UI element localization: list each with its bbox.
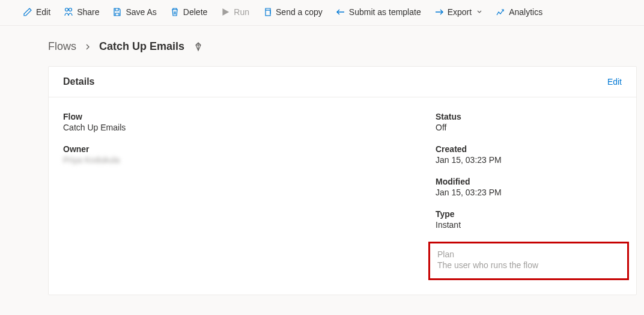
edit-details-link[interactable]: Edit <box>607 77 622 87</box>
created-label: Created <box>436 144 622 154</box>
delete-icon <box>170 7 180 17</box>
plan-value: The user who runs the flow <box>437 260 620 270</box>
status-label: Status <box>436 112 622 121</box>
toolbar-label: Submit as template <box>349 7 421 17</box>
submit-template-icon <box>336 7 345 17</box>
export-icon <box>434 7 444 17</box>
owner-value: Priya Kodukula <box>63 155 436 165</box>
toolbar-label: Send a copy <box>276 7 323 17</box>
breadcrumb: Flows Catch Up Emails <box>48 40 644 53</box>
share-icon <box>64 7 73 17</box>
edit-button[interactable]: Edit <box>18 5 55 19</box>
svg-rect-2 <box>266 10 270 16</box>
plan-label: Plan <box>437 249 620 259</box>
plan-highlight-box: Plan The user who runs the flow <box>428 242 629 280</box>
card-title: Details <box>63 76 94 87</box>
analytics-icon <box>496 7 505 17</box>
toolbar-label: Save As <box>126 7 156 17</box>
chevron-down-icon <box>476 9 482 15</box>
export-button[interactable]: Export <box>430 5 487 19</box>
delete-button[interactable]: Delete <box>165 5 212 19</box>
edit-icon <box>23 7 32 17</box>
share-button[interactable]: Share <box>59 5 104 19</box>
status-field: Status Off <box>436 112 622 132</box>
breadcrumb-root[interactable]: Flows <box>48 40 76 53</box>
chevron-right-icon <box>85 43 91 51</box>
created-value: Jan 15, 03:23 PM <box>436 155 622 165</box>
save-as-button[interactable]: Save As <box>108 5 161 19</box>
toolbar-label: Export <box>448 7 472 17</box>
premium-icon <box>193 41 204 52</box>
copy-icon <box>263 7 272 17</box>
details-left-column: Flow Catch Up Emails Owner Priya Kodukul… <box>63 112 436 280</box>
svg-point-1 <box>69 8 72 11</box>
toolbar-label: Share <box>77 7 99 17</box>
run-button: Run <box>216 5 254 19</box>
type-field: Type Instant <box>436 209 622 230</box>
card-header: Details Edit <box>49 67 636 97</box>
modified-field: Modified Jan 15, 03:23 PM <box>436 177 622 197</box>
send-copy-button[interactable]: Send a copy <box>258 5 327 19</box>
status-value: Off <box>436 123 622 132</box>
plan-field: Plan The user who runs the flow <box>437 249 620 270</box>
type-label: Type <box>436 209 622 219</box>
owner-field: Owner Priya Kodukula <box>63 144 436 165</box>
svg-point-0 <box>65 8 68 11</box>
flow-label: Flow <box>63 112 436 121</box>
breadcrumb-current: Catch Up Emails <box>99 40 184 53</box>
submit-template-button[interactable]: Submit as template <box>331 5 426 19</box>
toolbar-label: Edit <box>36 7 50 17</box>
save-as-icon <box>112 7 122 17</box>
type-value: Instant <box>436 220 622 230</box>
details-card: Details Edit Flow Catch Up Emails Owner … <box>48 66 637 295</box>
flow-field: Flow Catch Up Emails <box>63 112 436 132</box>
modified-value: Jan 15, 03:23 PM <box>436 188 622 197</box>
details-right-column: Status Off Created Jan 15, 03:23 PM Modi… <box>436 112 622 280</box>
toolbar-label: Run <box>234 7 249 17</box>
card-body: Flow Catch Up Emails Owner Priya Kodukul… <box>49 97 636 295</box>
owner-label: Owner <box>63 144 436 154</box>
flow-value: Catch Up Emails <box>63 123 436 132</box>
modified-label: Modified <box>436 177 622 186</box>
analytics-button[interactable]: Analytics <box>491 5 547 19</box>
toolbar-label: Analytics <box>509 7 542 17</box>
run-icon <box>220 7 230 17</box>
toolbar-label: Delete <box>183 7 207 17</box>
toolbar: Edit Share Save As Delete Run Send a cop… <box>0 0 644 26</box>
created-field: Created Jan 15, 03:23 PM <box>436 144 622 165</box>
